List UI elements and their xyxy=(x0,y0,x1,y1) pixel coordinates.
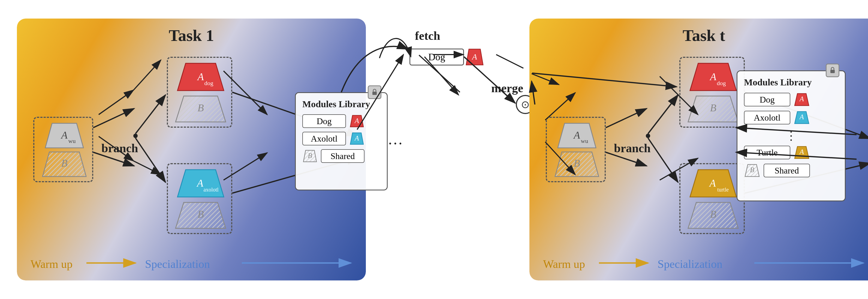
a-dog-shape: A dog xyxy=(170,61,230,93)
svg-text:dog: dog xyxy=(717,80,726,87)
svg-text:B: B xyxy=(574,157,580,169)
library1-axolotl-icon: A xyxy=(349,132,365,145)
library1-dog-icon: A xyxy=(349,114,365,128)
task1-branch-label: branch xyxy=(101,141,138,155)
spec-arrow-1 xyxy=(241,257,355,270)
task1-title: Task 1 xyxy=(169,26,214,45)
task2-turtle-group: A turtle B xyxy=(679,163,745,234)
b-shape-axolotl: B xyxy=(170,200,230,231)
svg-text:axolotl: axolotl xyxy=(204,187,219,192)
svg-text:A: A xyxy=(354,117,359,125)
fetch-dog-icon: A xyxy=(465,48,484,66)
fetch-label: fetch xyxy=(415,29,440,43)
svg-text:B: B xyxy=(750,166,754,174)
svg-rect-45 xyxy=(372,92,377,95)
library1-box: Modules Library Dog A Axolotl A xyxy=(295,92,388,190)
svg-text:A: A xyxy=(472,52,477,61)
task2-warmup: Warm up xyxy=(543,258,585,271)
svg-text:A: A xyxy=(354,134,359,142)
svg-text:A: A xyxy=(709,71,716,82)
library1-dog-label: Dog xyxy=(302,114,346,128)
svg-text:B: B xyxy=(197,208,204,220)
library2-turtle-label: Turtle xyxy=(744,146,790,159)
library2-title: Modules Library xyxy=(744,77,838,88)
diagram-layout: Task 1 A wu B xyxy=(11,10,857,289)
library1-shared-item: B Shared xyxy=(302,149,380,163)
svg-text:A: A xyxy=(196,177,204,189)
library1-axolotl-item: Axolotl A xyxy=(302,132,380,145)
library2-dog-item: Dog A xyxy=(744,92,838,107)
library1-lock-icon xyxy=(368,85,381,99)
task1-wu-group: A wu B xyxy=(33,117,93,182)
library2-turtle-icon: A xyxy=(794,145,810,159)
library1-shared-label: Shared xyxy=(321,149,365,163)
task2-dog-group: A dog B xyxy=(679,57,745,128)
task2-b-wu: B xyxy=(550,149,604,179)
spec-arrow-2 xyxy=(753,257,867,270)
task2-a-turtle: A turtle xyxy=(683,167,743,200)
library1-axolotl-label: Axolotl xyxy=(302,132,346,145)
library2-dog-label: Dog xyxy=(744,93,790,107)
library2-dog-icon: A xyxy=(794,92,810,107)
task2-b-turtle: B xyxy=(683,200,743,231)
library2-axolotl-item: Axolotl A xyxy=(744,111,838,125)
task2-branch-label: branch xyxy=(614,141,650,155)
b-shape-wu: B xyxy=(37,149,92,179)
library2-axolotl-icon: A xyxy=(794,111,810,125)
warmup-arrow-1 xyxy=(85,257,140,270)
task1-warmup: Warm up xyxy=(31,258,72,271)
library1-title: Modules Library xyxy=(302,99,380,110)
library2-lock-icon xyxy=(826,64,839,77)
task1-dog-group: A dog B xyxy=(167,57,232,128)
svg-text:A: A xyxy=(799,148,804,156)
svg-text:B: B xyxy=(710,102,716,114)
svg-text:wu: wu xyxy=(581,138,588,144)
a-wu-shape: A wu xyxy=(37,121,92,151)
svg-text:A: A xyxy=(196,71,204,82)
library2-dots: ⋮ xyxy=(744,128,838,143)
svg-text:wu: wu xyxy=(68,138,76,144)
library2-turtle-item: Turtle A xyxy=(744,145,838,159)
task2-a-dog: A dog xyxy=(683,61,743,93)
svg-text:B: B xyxy=(61,157,67,169)
a-axolotl-shape: A axolotl xyxy=(170,167,230,200)
svg-text:dog: dog xyxy=(205,80,213,87)
library2-box: Modules Library Dog A Axolotl A ⋮ xyxy=(737,70,846,201)
task2-b-dog: B xyxy=(683,93,743,125)
library2-axolotl-label: Axolotl xyxy=(744,111,790,124)
task2-a-wu: A wu xyxy=(550,121,604,151)
task1-axolotl-group: A axolotl B xyxy=(167,163,232,234)
warmup-arrow-2 xyxy=(597,257,652,270)
main-container: Task 1 A wu B xyxy=(0,0,868,299)
task1-specialization: Specialization xyxy=(145,258,210,271)
task2-wu-group: A wu B xyxy=(546,117,606,182)
svg-rect-89 xyxy=(830,70,835,73)
svg-text:A: A xyxy=(799,95,804,103)
library2-shared-item: B Shared xyxy=(744,163,838,178)
svg-text:A: A xyxy=(60,129,68,141)
library2-shared-b-icon: B xyxy=(744,163,760,178)
merge-label: merge xyxy=(491,81,523,95)
svg-text:A: A xyxy=(573,129,580,141)
library1-dog-item: Dog A xyxy=(302,114,380,128)
dots-1: … xyxy=(388,130,403,148)
svg-text:A: A xyxy=(799,113,804,121)
b-shape-dog: B xyxy=(170,93,230,125)
svg-text:turtle: turtle xyxy=(717,187,729,192)
fetch-dog-box: Dog xyxy=(409,49,464,65)
svg-text:B: B xyxy=(197,102,204,114)
task2-title: Task t xyxy=(683,26,725,45)
svg-text:B: B xyxy=(710,208,716,220)
library2-shared-label: Shared xyxy=(764,164,810,177)
svg-text:B: B xyxy=(308,152,312,159)
task2-specialization: Specialization xyxy=(657,258,722,271)
library1-shared-b-icon: B xyxy=(302,149,318,163)
svg-text:A: A xyxy=(709,177,716,189)
